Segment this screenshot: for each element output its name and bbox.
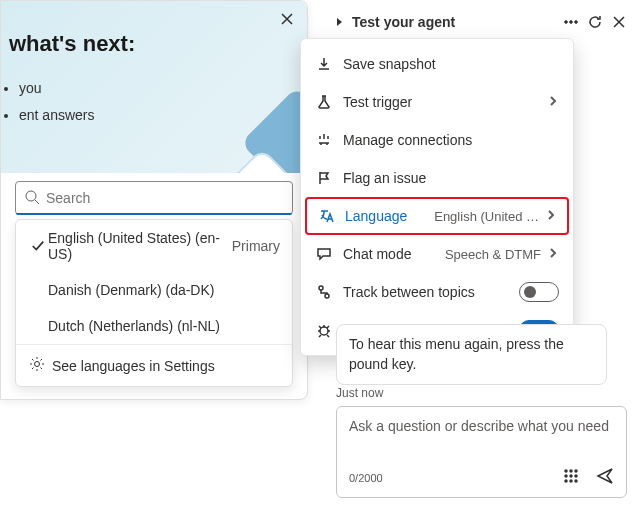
- menu-language[interactable]: Language English (United …: [305, 197, 569, 235]
- svg-point-1: [35, 362, 40, 367]
- language-dropdown: English (United States) (en-US) Primary …: [15, 219, 293, 387]
- flask-icon: [315, 93, 333, 111]
- see-languages-label: See languages in Settings: [52, 358, 215, 374]
- test-panel-title: Test your agent: [352, 14, 555, 30]
- menu-track-topics[interactable]: Track between topics: [301, 273, 573, 311]
- svg-point-3: [570, 21, 573, 24]
- menu-manage-connections[interactable]: Manage connections: [301, 121, 573, 159]
- onboarding-card: what's next: you ent answers English (Un…: [0, 0, 308, 400]
- track-icon: [315, 283, 333, 301]
- svg-point-4: [575, 21, 578, 24]
- language-option[interactable]: Dutch (Netherlands) (nl-NL): [16, 308, 292, 344]
- see-languages-link[interactable]: See languages in Settings: [16, 344, 292, 386]
- svg-point-16: [575, 480, 577, 482]
- svg-point-6: [325, 294, 329, 298]
- svg-point-15: [570, 480, 572, 482]
- bug-icon: [315, 321, 333, 339]
- svg-point-8: [565, 470, 567, 472]
- chat-input-placeholder: Ask a question or describe what you need: [349, 417, 614, 461]
- keypad-icon[interactable]: [562, 467, 580, 488]
- collapse-icon[interactable]: [336, 14, 344, 30]
- language-option-name: Dutch (Netherlands) (nl-NL): [48, 318, 274, 334]
- menu-test-trigger[interactable]: Test trigger: [301, 83, 573, 121]
- chat-char-counter: 0/2000: [349, 472, 383, 484]
- svg-point-11: [565, 475, 567, 477]
- language-option-name: English (United States) (en-US): [48, 230, 226, 262]
- menu-flag-issue[interactable]: Flag an issue: [301, 159, 573, 197]
- onboarding-heading: what's next:: [9, 31, 307, 57]
- svg-point-5: [319, 286, 323, 290]
- search-icon: [24, 189, 46, 208]
- test-panel-header: Test your agent: [336, 14, 627, 30]
- chevron-right-icon: [547, 94, 559, 110]
- close-icon[interactable]: [279, 11, 295, 30]
- flag-icon: [315, 169, 333, 187]
- check-icon: [28, 239, 48, 253]
- menu-save-snapshot[interactable]: Save snapshot: [301, 45, 573, 83]
- refresh-icon[interactable]: [587, 14, 603, 30]
- test-panel-menu: Save snapshot Test trigger Manage connec…: [300, 38, 574, 356]
- more-icon[interactable]: [563, 14, 579, 30]
- svg-point-2: [565, 21, 568, 24]
- chevron-right-icon: [547, 246, 559, 262]
- send-icon[interactable]: [596, 467, 614, 488]
- language-option[interactable]: Danish (Denmark) (da-DK): [16, 272, 292, 308]
- svg-point-13: [575, 475, 577, 477]
- onboarding-banner: what's next: you ent answers: [1, 1, 307, 173]
- chat-icon: [315, 245, 333, 263]
- language-icon: [317, 207, 335, 225]
- language-option-tag: Primary: [232, 238, 280, 254]
- language-option[interactable]: English (United States) (en-US) Primary: [16, 220, 292, 272]
- language-search[interactable]: [15, 181, 293, 215]
- language-search-input[interactable]: [46, 190, 284, 206]
- svg-point-10: [575, 470, 577, 472]
- svg-point-7: [320, 327, 328, 335]
- chat-message-text: To hear this menu again, press the pound…: [349, 336, 564, 372]
- onboarding-illustration: [217, 83, 307, 173]
- close-icon[interactable]: [611, 14, 627, 30]
- svg-point-12: [570, 475, 572, 477]
- svg-point-0: [26, 191, 36, 201]
- svg-point-14: [565, 480, 567, 482]
- svg-point-9: [570, 470, 572, 472]
- chat-input[interactable]: Ask a question or describe what you need…: [336, 406, 627, 498]
- download-icon: [315, 55, 333, 73]
- gear-icon: [28, 355, 52, 376]
- connections-icon: [315, 131, 333, 149]
- chat-timestamp: Just now: [336, 386, 383, 400]
- track-toggle[interactable]: [519, 282, 559, 302]
- menu-chat-mode[interactable]: Chat mode Speech & DTMF: [301, 235, 573, 273]
- language-option-name: Danish (Denmark) (da-DK): [48, 282, 274, 298]
- chevron-right-icon: [545, 208, 557, 224]
- chat-message: To hear this menu again, press the pound…: [336, 324, 607, 385]
